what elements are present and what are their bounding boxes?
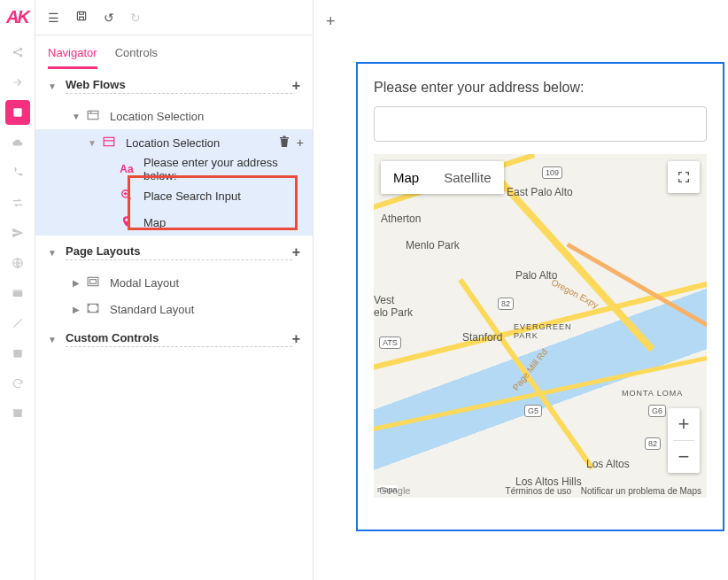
node-standard-layout[interactable]: ▶ Standard Layout xyxy=(35,296,313,322)
rail-arrow-icon[interactable] xyxy=(5,70,30,95)
rail-share-icon[interactable] xyxy=(5,40,30,65)
modal-icon xyxy=(85,276,101,290)
svg-rect-12 xyxy=(12,409,22,411)
rail-cloud-icon[interactable] xyxy=(5,130,30,155)
svg-rect-5 xyxy=(15,112,19,113)
chevron-right-icon: ▶ xyxy=(71,278,81,288)
address-input[interactable] xyxy=(374,106,707,142)
add-child-button[interactable]: + xyxy=(297,135,304,151)
add-layout-button[interactable]: + xyxy=(292,244,300,260)
section-label: Web Flows xyxy=(66,78,292,94)
chevron-right-icon: ▶ xyxy=(71,305,81,314)
map-type-satellite[interactable]: Satellite xyxy=(431,161,503,194)
rail-calendar-icon[interactable] xyxy=(5,341,30,366)
add-control-button[interactable]: + xyxy=(292,331,300,347)
menu-icon[interactable]: ☰ xyxy=(48,11,59,25)
section-customcontrols[interactable]: ▼ Custom Controls + xyxy=(35,322,313,356)
node-address-label[interactable]: Aa Please enter your address below: xyxy=(35,156,313,182)
route-shield: G5 xyxy=(524,405,542,417)
redo-icon[interactable]: ↻ xyxy=(130,11,141,25)
chevron-down-icon: ▼ xyxy=(48,335,58,344)
map-place-label: Atherton xyxy=(381,213,421,225)
google-logo: Google xyxy=(379,485,410,496)
section-pagelayouts[interactable]: ▼ Page Layouts + xyxy=(35,236,313,269)
map-place-label: MONTA LOMA xyxy=(622,389,683,398)
svg-rect-18 xyxy=(90,279,97,283)
node-location-selection-page[interactable]: ▼ Location Selection + xyxy=(35,129,313,156)
node-map[interactable]: Map xyxy=(35,209,313,236)
zoom-in-button[interactable]: + xyxy=(668,408,700,440)
rail-brush-icon[interactable] xyxy=(5,311,30,336)
svg-point-22 xyxy=(89,310,89,311)
panel-toolbar: ☰ ↺ ↻ xyxy=(35,0,313,35)
rail-phone-icon[interactable] xyxy=(5,160,30,185)
map-place-label: Stanford xyxy=(462,331,502,344)
node-modal-layout[interactable]: ▶ Modal Layout xyxy=(35,269,313,296)
panel-tabs: Navigator Controls xyxy=(35,35,313,69)
save-icon[interactable] xyxy=(75,10,88,25)
svg-rect-10 xyxy=(13,350,21,352)
map-legal: Términos de uso Notificar un problema de… xyxy=(499,486,701,496)
node-place-search[interactable]: Place Search Input xyxy=(35,182,313,209)
svg-rect-13 xyxy=(77,12,85,19)
map-widget[interactable]: East Palo Alto Atherton Menlo Park Palo … xyxy=(374,154,707,498)
rail-cycle-icon[interactable] xyxy=(5,190,30,215)
tab-controls[interactable]: Controls xyxy=(115,37,158,69)
svg-rect-15 xyxy=(104,137,114,145)
chevron-down-icon: ▼ xyxy=(87,138,97,148)
map-place-label: Menlo Park xyxy=(406,239,460,251)
node-label: Map xyxy=(143,216,304,229)
svg-rect-17 xyxy=(88,277,98,285)
layout-icon xyxy=(85,303,101,316)
node-location-selection-flow[interactable]: ▼ Location Selection xyxy=(35,103,313,129)
section-webflows[interactable]: ▼ Web Flows + xyxy=(35,69,313,103)
rail-page-icon[interactable] xyxy=(5,100,30,125)
map-road-label: Page Mill Rd xyxy=(511,347,550,392)
section-label: Custom Controls xyxy=(66,331,292,347)
route-shield: G6 xyxy=(648,405,666,417)
chevron-down-icon: ▼ xyxy=(48,248,58,258)
canvas: + Please enter your address below: East … xyxy=(314,0,728,580)
add-webflow-button[interactable]: + xyxy=(292,78,300,94)
zoom-controls: + − xyxy=(668,408,700,473)
route-shield: ATS xyxy=(379,336,401,349)
page-icon xyxy=(101,136,117,150)
map-place-label: Palo Alto xyxy=(515,269,557,282)
tree: ▼ Web Flows + ▼ Location Selection ▼ Loc… xyxy=(35,69,313,580)
section-label: Page Layouts xyxy=(66,244,292,260)
map-place-label: East Palo Alto xyxy=(507,186,573,198)
rail-refresh-icon[interactable] xyxy=(5,371,30,396)
map-place-label: Los Altos xyxy=(586,458,630,470)
svg-point-23 xyxy=(97,310,97,311)
rail-window-icon[interactable] xyxy=(5,281,30,305)
text-icon: Aa xyxy=(119,163,135,175)
rail-archive-icon[interactable] xyxy=(5,401,30,426)
add-tab-button[interactable]: + xyxy=(326,12,336,31)
zoom-out-button[interactable]: − xyxy=(668,441,700,473)
fullscreen-button[interactable] xyxy=(668,161,700,193)
undo-icon[interactable]: ↺ xyxy=(104,11,114,25)
left-rail: AK xyxy=(0,0,35,580)
svg-point-0 xyxy=(12,50,16,54)
tab-navigator[interactable]: Navigator xyxy=(48,37,97,69)
app-logo: AK xyxy=(6,7,28,27)
map-pin-icon xyxy=(119,215,135,230)
chevron-down-icon: ▼ xyxy=(48,81,58,91)
node-label: Modal Layout xyxy=(110,276,304,290)
preview-frame: Please enter your address below: East Pa… xyxy=(356,62,724,531)
svg-rect-11 xyxy=(13,411,21,417)
flow-icon xyxy=(85,110,101,123)
rail-globe-icon[interactable] xyxy=(5,251,30,275)
map-place-label: Vest elo Park xyxy=(374,294,413,319)
delete-icon[interactable] xyxy=(279,135,290,151)
svg-rect-4 xyxy=(15,111,20,112)
chevron-down-icon: ▼ xyxy=(71,112,81,121)
search-zoom-icon xyxy=(119,189,135,204)
map-type-map[interactable]: Map xyxy=(381,161,431,194)
svg-rect-14 xyxy=(88,111,98,119)
rail-send-icon[interactable] xyxy=(5,220,30,245)
route-shield: 82 xyxy=(645,437,661,450)
terms-link[interactable]: Términos de uso xyxy=(506,486,571,496)
svg-point-1 xyxy=(19,48,22,51)
report-link[interactable]: Notificar un problema de Maps xyxy=(581,486,701,496)
